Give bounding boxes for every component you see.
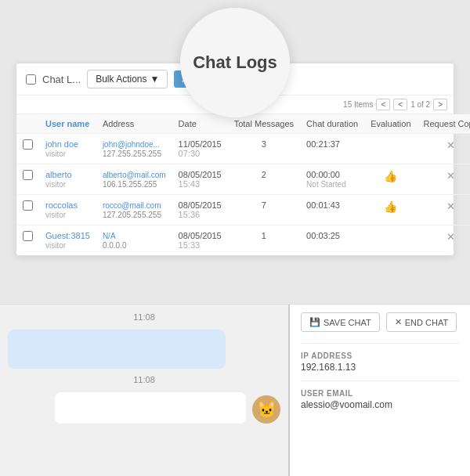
- ip-section: IP ADDRESS 192.168.1.13: [301, 352, 459, 373]
- top-section: Chat Logs Chat L... Bulk Actions ▼ A... …: [0, 0, 470, 290]
- row-duration: 00:21:37: [300, 134, 364, 164]
- row-checkbox-cell: [16, 134, 39, 164]
- col-request: Request Copy: [418, 114, 470, 134]
- col-duration: Chat duration: [300, 114, 364, 134]
- row-role: visitor: [45, 211, 66, 219]
- save-icon: 💾: [309, 317, 320, 327]
- row-evaluation: [364, 225, 417, 256]
- end-chat-button[interactable]: ✕ END CHAT: [386, 312, 457, 332]
- row-checkbox-cell: [16, 225, 39, 256]
- row-username[interactable]: john doe: [45, 139, 90, 149]
- side-panel: 💾 SAVE CHAT ✕ END CHAT IP ADDRESS 192.16…: [290, 305, 470, 476]
- row-user: roccolas visitor: [39, 195, 96, 225]
- select-all-checkbox[interactable]: [26, 74, 36, 85]
- col-checkbox: [16, 114, 39, 134]
- col-address: Address: [96, 114, 172, 134]
- row-role: visitor: [45, 150, 66, 158]
- row-address: 106.15.255.255: [103, 180, 157, 189]
- row-checkbox[interactable]: [23, 200, 33, 211]
- row-role: visitor: [45, 180, 66, 189]
- row-messages: 1: [228, 225, 300, 256]
- col-evaluation: Evaluation: [364, 114, 417, 134]
- avatar: 🐱: [252, 395, 280, 424]
- chat-time-1: 11:08: [8, 312, 280, 322]
- circle-badge: Chat Logs: [180, 8, 290, 117]
- chat-time-2: 11:08: [8, 375, 280, 384]
- chat-area: 11:08 11:08 🐱: [0, 305, 290, 476]
- row-evaluation: 👍: [364, 195, 417, 225]
- bulk-actions-button[interactable]: Bulk Actions ▼: [87, 70, 168, 88]
- table-row: john doe visitor john@johndoe... 127.255…: [16, 134, 470, 164]
- chat-bubble-me-wrap: 🐱: [8, 392, 280, 424]
- row-messages: 3: [228, 134, 300, 164]
- delete-icon[interactable]: ✕: [446, 200, 455, 212]
- row-duration: 00:00:00Not Started: [300, 164, 364, 195]
- row-evaluation: [364, 134, 417, 164]
- row-checkbox[interactable]: [23, 139, 33, 150]
- delete-icon[interactable]: ✕: [446, 170, 455, 182]
- row-duration: 00:01:43: [300, 195, 364, 225]
- delete-icon[interactable]: ✕: [446, 231, 455, 243]
- row-evaluation: 👍: [364, 164, 417, 195]
- bulk-actions-arrow: ▼: [150, 74, 160, 85]
- row-checkbox[interactable]: [23, 231, 33, 241]
- row-delete[interactable]: ✕: [418, 225, 470, 256]
- page-indicator: 1 of 2: [410, 100, 430, 109]
- row-email-link[interactable]: N/A: [103, 232, 116, 240]
- chat-bubble-them: [8, 330, 226, 369]
- row-email-link[interactable]: john@johndoe...: [103, 140, 160, 149]
- row-role: visitor: [45, 241, 66, 250]
- delete-icon[interactable]: ✕: [446, 139, 455, 151]
- next-page-button[interactable]: >: [433, 99, 447, 110]
- row-address: 0.0.0.0: [103, 241, 127, 250]
- row-checkbox[interactable]: [23, 170, 33, 180]
- chat-bubble-me: [55, 392, 246, 424]
- row-delete[interactable]: ✕: [418, 195, 470, 225]
- email-label: USER EMAIL: [301, 389, 459, 398]
- items-count: 15 Items: [343, 100, 373, 109]
- email-value: alessio@voomail.com: [301, 399, 459, 410]
- row-delete[interactable]: ✕: [418, 164, 470, 195]
- row-user: Guest:3815 visitor: [39, 225, 96, 256]
- row-delete[interactable]: ✕: [418, 134, 470, 164]
- row-email: N/A 0.0.0.0: [96, 225, 172, 256]
- ip-value: 192.168.1.13: [301, 362, 459, 373]
- row-duration: 00:03:25: [300, 225, 364, 256]
- row-date: 08/05/201515:36: [172, 195, 228, 225]
- row-username[interactable]: Guest:3815: [45, 231, 90, 240]
- save-chat-button[interactable]: 💾 SAVE CHAT: [301, 312, 380, 332]
- col-username: User name: [39, 114, 96, 134]
- bottom-section: 11:08 11:08 🐱 💾 SAVE CHAT ✕ END CHAT IP …: [0, 304, 470, 476]
- row-date: 11/05/201507:30: [172, 134, 228, 164]
- row-date: 08/05/201515:33: [172, 225, 228, 256]
- row-messages: 7: [228, 195, 300, 225]
- row-address: 127.255.255.255: [103, 150, 161, 158]
- table-row: Guest:3815 visitor N/A 0.0.0.0 08/05/201…: [16, 225, 470, 256]
- end-label: END CHAT: [405, 318, 448, 327]
- ip-label: IP ADDRESS: [301, 352, 459, 360]
- side-buttons: 💾 SAVE CHAT ✕ END CHAT: [301, 312, 459, 332]
- col-date: Date: [172, 114, 228, 134]
- email-section: USER EMAIL alessio@voomail.com: [301, 389, 459, 410]
- badge-title: Chat Logs: [193, 52, 277, 73]
- row-email: alberto@mail.com 106.15.255.255: [96, 164, 172, 195]
- table-row: roccolas visitor rocco@mail.com 127.205.…: [16, 195, 470, 225]
- bulk-actions-label: Bulk Actions: [96, 74, 146, 85]
- prev-page-button2[interactable]: <: [393, 99, 407, 110]
- row-email: rocco@mail.com 127.205.255.255: [96, 195, 172, 225]
- row-date: 08/05/201515:43: [172, 164, 228, 195]
- row-username[interactable]: roccolas: [45, 200, 90, 210]
- row-email: john@johndoe... 127.255.255.255: [96, 134, 172, 164]
- row-user: john doe visitor: [39, 134, 96, 164]
- end-icon: ✕: [395, 317, 402, 327]
- chat-logs-table: User name Address Date Total Messages Ch…: [16, 114, 470, 255]
- table-row: alberto visitor alberto@mail.com 106.15.…: [16, 164, 470, 195]
- row-user: alberto visitor: [39, 164, 96, 195]
- row-username[interactable]: alberto: [45, 170, 90, 179]
- row-email-link[interactable]: rocco@mail.com: [103, 201, 161, 210]
- row-address: 127.205.255.255: [103, 211, 161, 219]
- prev-page-button[interactable]: <: [376, 99, 390, 110]
- panel-header-title: Chat L...: [42, 74, 81, 85]
- divider-2: [301, 380, 459, 381]
- row-email-link[interactable]: alberto@mail.com: [103, 171, 166, 179]
